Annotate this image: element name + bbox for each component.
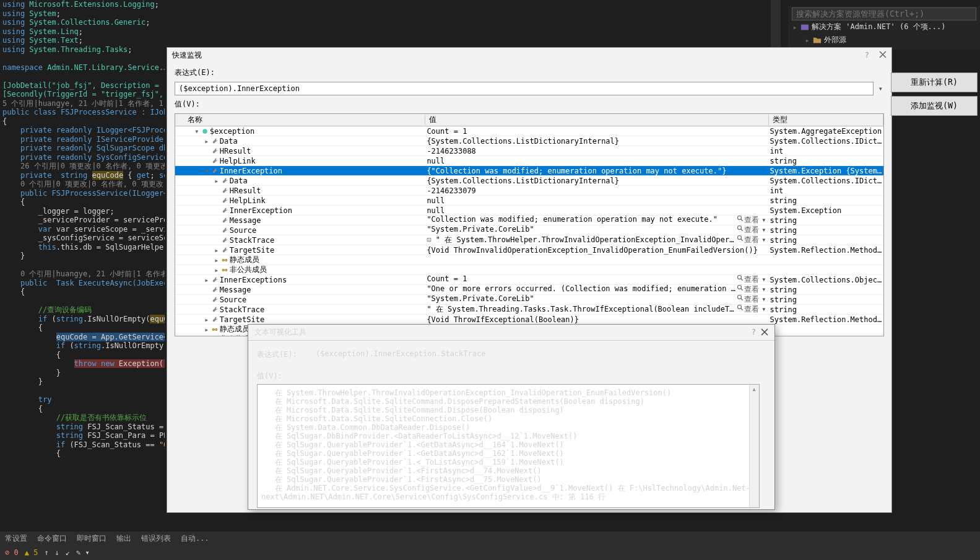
error-indicator[interactable]: ⊘ 0 (5, 548, 19, 557)
nav-down-icon[interactable]: ↓ (55, 548, 59, 557)
external-sources[interactable]: ▸ 外部源 (792, 33, 976, 46)
row-type: string (769, 226, 883, 235)
text-visualizer-titlebar[interactable]: 文本可视化工具 ? (248, 325, 774, 341)
scrollbar[interactable]: ▴ (749, 385, 759, 507)
pin-icon[interactable]: ⊟ (427, 235, 431, 244)
viz-value-textbox[interactable]: 在 System.ThrowHelper.ThrowInvalidOperati… (257, 384, 760, 508)
tab-command-window[interactable]: 命令窗口 (32, 533, 72, 544)
col-name-header[interactable]: 名称 (184, 115, 425, 125)
watch-row[interactable]: ▸Data{System.Collections.ListDictionaryI… (175, 136, 883, 146)
magnify-icon[interactable]: 查看 (735, 235, 760, 244)
action-icon[interactable]: ↙ (66, 548, 70, 557)
magnify-icon[interactable]: 查看 (735, 225, 760, 234)
expand-icon[interactable]: ▾ (204, 167, 210, 175)
tab-output[interactable]: 输出 (111, 533, 136, 544)
tab-autos[interactable]: 自动... (176, 533, 214, 544)
expand-icon[interactable]: ▾ (194, 127, 200, 136)
expression-label: 表达式(E): (175, 68, 215, 78)
row-name: $exception (210, 127, 254, 136)
watch-row[interactable]: ▸静态成员 (175, 255, 883, 265)
magnify-icon[interactable]: 查看 (735, 216, 760, 224)
solution-search-input[interactable] (792, 7, 976, 20)
expand-icon[interactable]: ▸ (214, 256, 220, 265)
col-value-header[interactable]: 值 (425, 115, 768, 125)
visualizer-dropdown-icon[interactable]: ▾ (760, 225, 767, 234)
watch-row[interactable]: Message"Collection was modified; enumera… (175, 216, 883, 225)
viz-expression-label: 表达式(E): (257, 349, 297, 360)
row-name: Source (220, 295, 246, 304)
tab-immediate-window[interactable]: 即时窗口 (72, 533, 111, 544)
solution-label[interactable]: 解决方案 'Admin.NET' (6 个项...) (812, 22, 946, 32)
help-icon[interactable]: ? (865, 51, 869, 59)
watch-row[interactable]: StackTrace" 在 System.Threading.Tasks.Tas… (175, 305, 883, 315)
recalculate-button[interactable]: 重新计算(R) (891, 72, 978, 92)
watch-row[interactable]: ▸InnerExceptionsCount = 1查看▾System.Colle… (175, 275, 883, 285)
watch-row[interactable]: ▸Data{System.Collections.ListDictionaryI… (175, 176, 883, 186)
tab-error-list[interactable]: 错误列表 (136, 533, 176, 544)
watch-row[interactable]: HelpLinknullstring (175, 156, 883, 166)
watch-row[interactable]: Message"One or more errors occurred. (Co… (175, 285, 883, 295)
close-icon[interactable] (760, 327, 770, 337)
row-type: string (769, 196, 883, 205)
code-minimap[interactable] (771, 0, 781, 47)
magnify-icon[interactable]: 查看 (735, 295, 760, 304)
watch-row[interactable]: ▸TargetSite{Void ThrowInvalidOperationEx… (175, 245, 883, 255)
row-value: Count = 1 (427, 127, 467, 136)
expand-icon[interactable]: ▸ (214, 266, 220, 274)
close-icon[interactable] (878, 50, 888, 59)
help-icon[interactable]: ? (752, 328, 756, 336)
visualizer-dropdown-icon[interactable]: ▾ (760, 295, 767, 304)
watch-row[interactable]: HelpLinknullstring (175, 196, 883, 206)
watch-row[interactable]: Source"System.Private.CoreLib"查看▾string (175, 225, 883, 235)
external-sources-label[interactable]: 外部源 (824, 35, 846, 45)
watch-row[interactable]: ▸TargetSite{Void ThrowIfExceptional(Bool… (175, 315, 883, 325)
col-type-header[interactable]: 类型 (769, 115, 883, 125)
magnify-icon[interactable]: 查看 (735, 285, 760, 294)
quickwatch-titlebar[interactable]: 快速监视 ? (167, 48, 891, 63)
brush-icon[interactable]: ✎ ▾ (76, 548, 90, 557)
row-value: "System.Private.CoreLib" (427, 225, 534, 235)
expand-icon[interactable]: ▸ (804, 36, 810, 45)
visualizer-dropdown-icon[interactable]: ▾ (760, 235, 767, 244)
row-name: HResult (220, 147, 251, 155)
folder-icon (813, 36, 822, 45)
watch-row[interactable]: HResult-2146233079int (175, 186, 883, 196)
expand-icon[interactable]: ▸ (204, 137, 210, 146)
expand-icon[interactable]: ▸ (214, 177, 220, 185)
expression-dropdown-icon[interactable]: ▾ (877, 84, 884, 93)
code-editor[interactable]: using Microsoft.Extensions.Logging; usin… (0, 0, 165, 471)
magnify-icon[interactable]: 查看 (735, 275, 760, 284)
nav-up-icon[interactable]: ↑ (44, 548, 48, 557)
status-bar: ⊘ 0 ▲ 5 ↑ ↓ ↙ ✎ ▾ (0, 545, 980, 560)
add-watch-button[interactable]: 添加监视(W) (891, 96, 978, 116)
visualizer-dropdown-icon[interactable]: ▾ (760, 275, 767, 284)
watch-grid-body[interactable]: ▾$exceptionCount = 1System.AggregateExce… (175, 126, 883, 336)
quickwatch-title: 快速监视 (172, 50, 202, 61)
watch-row[interactable]: StackTrace⊟ " 在 System.ThrowHelper.Throw… (175, 235, 883, 245)
magnify-icon[interactable]: 查看 (735, 305, 760, 313)
visualizer-dropdown-icon[interactable]: ▾ (760, 305, 767, 313)
visualizer-dropdown-icon[interactable]: ▾ (760, 216, 767, 224)
watch-row[interactable]: InnerExceptionnullSystem.Exception (175, 206, 883, 216)
row-value: -2146233079 (427, 186, 475, 195)
expand-icon[interactable]: ▸ (204, 335, 210, 336)
warning-indicator[interactable]: ▲ 5 (25, 548, 38, 557)
watch-row[interactable]: Source"System.Private.CoreLib"查看▾string (175, 295, 883, 305)
watch-row[interactable]: ▸非公共成员 (175, 265, 883, 275)
visualizer-dropdown-icon[interactable]: ▾ (760, 285, 767, 294)
watch-row[interactable]: HResult-2146233088int (175, 146, 883, 156)
expand-icon[interactable]: ▸ (204, 315, 210, 324)
expand-icon[interactable]: ▸ (214, 246, 220, 255)
watch-row[interactable]: ▾$exceptionCount = 1System.AggregateExce… (175, 126, 883, 136)
row-value: {"Collection was modified; enumeration o… (427, 167, 726, 175)
row-value: null (427, 206, 444, 215)
row-value: "Collection was modified; enumeration op… (427, 215, 718, 225)
expand-icon[interactable]: ▸ (204, 325, 210, 334)
expression-input[interactable] (175, 82, 874, 95)
solution-root[interactable]: ▸ 解决方案 'Admin.NET' (6 个项...) (792, 20, 976, 33)
row-name: InnerException (230, 206, 292, 215)
expand-icon[interactable]: ▸ (792, 23, 798, 32)
tab-settings[interactable]: 常设置 (0, 533, 32, 544)
watch-row[interactable]: ▾InnerException{"Collection was modified… (175, 166, 883, 176)
expand-icon[interactable]: ▸ (204, 276, 210, 284)
